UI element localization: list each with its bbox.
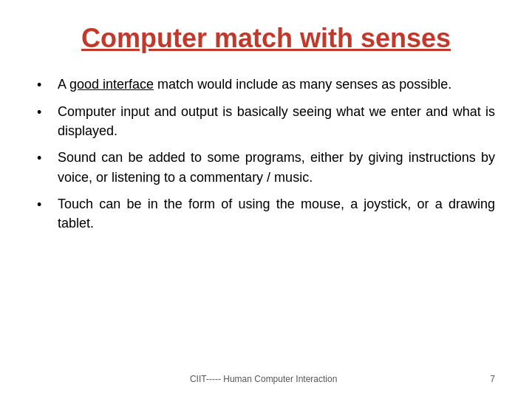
bullet-item-2: • Computer input and output is basically… [37,102,495,140]
bullet-dot-4: • [37,194,58,214]
bullet-text-1: A good interface match would include as … [58,75,495,94]
bullet-text-3: Sound can be added to some programs, eit… [58,148,495,186]
bullet-list: • A good interface match would include a… [37,75,495,368]
bullet-dot-1: • [37,75,58,95]
bullet-item-3: • Sound can be added to some programs, e… [37,148,495,186]
slide-title: Computer match with senses [37,22,495,54]
bullet-item-1: • A good interface match would include a… [37,75,495,95]
bullet-dot-3: • [37,148,58,168]
slide: Computer match with senses • A good inte… [0,0,532,399]
bullet-dot-2: • [37,102,58,122]
bullet-text-2: Computer input and output is basically s… [58,102,495,140]
footer-center: CIIT----- Human Computer Interaction [190,374,337,384]
good-interface-text: good interface [69,77,154,92]
bullet-item-4: • Touch can be in the form of using the … [37,194,495,233]
slide-footer: CIIT----- Human Computer Interaction 7 [37,368,495,384]
footer-page-number: 7 [490,374,495,384]
bullet-text-4: Touch can be in the form of using the mo… [58,194,495,233]
